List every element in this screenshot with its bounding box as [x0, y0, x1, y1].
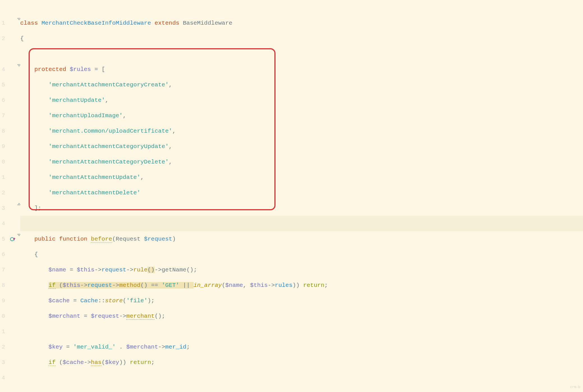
method-call: getName	[162, 267, 186, 273]
this-var: $this	[250, 282, 268, 289]
string-literal: 'file'	[126, 298, 148, 304]
protected-keyword: protected	[34, 66, 70, 73]
line-number: 9	[0, 139, 5, 154]
svg-point-0	[10, 237, 14, 241]
method-call: rule	[133, 267, 147, 273]
this-var: $this	[63, 282, 80, 289]
line-number: 1	[0, 324, 5, 339]
line-number: 6	[0, 93, 5, 108]
line-number: 4	[0, 216, 5, 231]
variable: $merchant	[49, 313, 80, 319]
variable: $cache	[49, 298, 70, 304]
variable: $name	[49, 267, 66, 273]
line-number: 3	[0, 200, 5, 216]
variable: $cache	[63, 359, 84, 366]
code-editor: 1 2 4 5 6 7 8 9 0 1 2 3 4 5 6 7 8 9 0 1 …	[0, 0, 583, 392]
method-call: has	[91, 359, 102, 366]
code-line: 'merchantAttachmentDelete'	[20, 185, 583, 200]
code-line	[20, 0, 583, 15]
code-line: 'merchantUploadImage',	[20, 108, 583, 123]
line-number: 3	[0, 355, 5, 370]
line-number: 1	[0, 15, 5, 31]
variable: $name	[225, 282, 243, 289]
code-line: 'merchant.Common/uploadCertificate',	[20, 123, 583, 139]
code-line: if ($this->request->method() == 'GET' ||…	[20, 278, 583, 293]
method-call: merchant	[126, 313, 155, 320]
code-line	[20, 46, 583, 62]
gutter-icons	[5, 0, 20, 392]
line-number: 0	[0, 154, 5, 170]
builtin-fn: in_array	[194, 282, 222, 289]
property: mer_id	[165, 344, 187, 350]
line-number	[0, 386, 5, 392]
gutter: 1 2 4 5 6 7 8 9 0 1 2 3 4 5 6 7 8 9 0 1 …	[0, 0, 20, 392]
code-line: if ($cache->has($key)) return;	[20, 355, 583, 370]
line-number: 2	[0, 31, 5, 46]
this-var: $this	[77, 267, 95, 273]
string-literal: 'merchantAttachmentCategoryCreate'	[49, 82, 169, 88]
line-number: 1	[0, 170, 5, 185]
line-number: 2	[0, 339, 5, 355]
type-hint: Request	[116, 236, 144, 242]
property: request	[88, 282, 112, 289]
line-number	[0, 46, 5, 62]
line-number: 2	[0, 185, 5, 200]
if-keyword: if	[49, 282, 56, 289]
return-keyword: return	[303, 282, 324, 289]
class-name: MerchantCheckBaseInfoMiddleware	[42, 20, 151, 26]
public-keyword: public	[34, 236, 59, 242]
parameter: $request	[144, 236, 172, 242]
code-line: public function before(Request $request)	[20, 231, 583, 247]
code-line: 'merchantAttachmentCategoryUpdate',	[20, 139, 583, 154]
code-line: class MerchantCheckBaseInfoMiddleware ex…	[20, 15, 583, 31]
function-keyword: function	[59, 236, 91, 242]
string-literal: 'mer_valid_'	[73, 344, 116, 350]
code-line: ];	[20, 200, 583, 216]
class-ref: Cache	[80, 298, 98, 304]
string-literal: 'GET'	[162, 282, 179, 289]
code-line: 'merchantAttachmentCategoryDelete',	[20, 154, 583, 170]
code-line: {	[20, 31, 583, 46]
string-literal: 'merchant.Common/uploadCertificate'	[49, 128, 172, 134]
line-number: 6	[0, 247, 5, 262]
line-number	[0, 0, 5, 15]
code-line: $name = $this->request->rule()->getName(…	[20, 262, 583, 278]
variable: $request	[91, 313, 119, 319]
line-number: 4	[0, 370, 5, 386]
line-number: 0	[0, 308, 5, 324]
code-line: $merchant = $request->merchant();	[20, 308, 583, 324]
line-number: 5	[0, 77, 5, 93]
code-area[interactable]: class MerchantCheckBaseInfoMiddleware ex…	[20, 0, 583, 392]
variable: $merchant	[126, 344, 158, 350]
string-literal: 'merchantUploadImage'	[49, 112, 123, 119]
method-call: method	[119, 282, 141, 289]
watermark: crm-b	[570, 385, 580, 389]
string-literal: 'merchantAttachmentDelete'	[49, 190, 141, 196]
line-number: 9	[0, 293, 5, 308]
code-line	[20, 324, 583, 339]
line-number: 5	[0, 231, 5, 247]
variable: $key	[105, 359, 119, 366]
variable: $key	[49, 344, 63, 350]
line-number: 7	[0, 262, 5, 278]
if-keyword: if	[49, 359, 56, 366]
property: request	[102, 267, 126, 273]
method-call: store	[105, 298, 123, 304]
code-line: $cache = Cache::store('file');	[20, 293, 583, 308]
line-number: 8	[0, 123, 5, 139]
code-line	[20, 370, 583, 386]
extends-keyword: extends	[155, 20, 183, 26]
code-line: {	[20, 247, 583, 262]
return-keyword: return	[130, 359, 151, 366]
code-line: protected $rules = [	[20, 62, 583, 77]
rules-var: $rules	[70, 66, 91, 73]
code-line: 'merchantAttachmentUpdate',	[20, 170, 583, 185]
line-number: 4	[0, 62, 5, 77]
code-line-current	[20, 216, 583, 231]
function-name: before	[91, 236, 112, 243]
string-literal: 'merchantAttachmentCategoryUpdate'	[49, 143, 169, 150]
base-class-name: BaseMiddleware	[183, 20, 232, 26]
string-literal: 'merchantAttachmentUpdate'	[49, 174, 141, 181]
class-keyword: class	[20, 20, 42, 26]
code-line: 'merchantAttachmentCategoryCreate',	[20, 77, 583, 93]
